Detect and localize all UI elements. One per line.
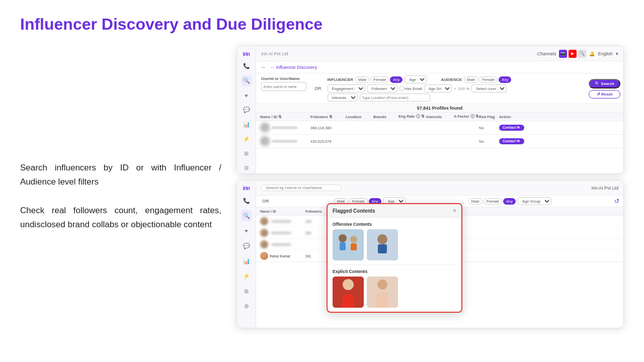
sidebar-icon-star[interactable]: ⚡ — [241, 134, 252, 144]
influencer-discovery-label: ← Influencer Discovery — [270, 65, 317, 70]
pill-male[interactable]: Male — [355, 76, 369, 83]
btr-followers-rahul: 381 — [305, 254, 328, 258]
th-action: Action — [499, 115, 524, 119]
bottom-topbar-right: Irin AI Pvt Ltd — [591, 186, 618, 191]
filter-row-2: Engagement Rate Followers Has Email — [328, 84, 587, 93]
bottom-audience-any[interactable]: Any — [503, 198, 516, 205]
company-name: Irin AI Pvt Ltd — [261, 51, 288, 56]
engagement-select[interactable]: Engagement Rate — [328, 84, 365, 93]
bottom-audience-male[interactable]: Male — [468, 198, 482, 205]
bottom-sidebar-icon-phone[interactable]: 📞 — [241, 195, 252, 206]
td-followers-1: 380,116,380 — [310, 126, 346, 130]
has-email-checkbox-box[interactable] — [399, 86, 404, 91]
audience-pill-any[interactable]: Any — [499, 76, 511, 83]
bottom-audience-female[interactable]: Female — [484, 198, 502, 205]
btr-followers-1: 163 — [305, 220, 328, 223]
bottom-discovery-panel: irin 📞 🔍 ♥ 💬 📊 ⚡ ⊞ ⚙ — [236, 180, 624, 328]
explicit-img-2 — [367, 277, 398, 308]
th-brands: Brands — [373, 115, 398, 119]
top-panel-topbar: Irin AI Pvt Ltd Channels 📷 ▶ 🔍 🔔 English — [256, 46, 623, 61]
contact-btn-1[interactable]: Contact ✉ — [499, 125, 524, 131]
pill-female[interactable]: Female — [370, 76, 389, 83]
flagged-close-button[interactable]: × — [453, 207, 456, 214]
age-group-select[interactable]: Age Group — [424, 84, 452, 93]
th-redflag: Red Flag — [479, 115, 499, 119]
bottom-sidebar-icon-search[interactable]: 🔍 — [241, 210, 252, 221]
content-area: Search influencers by ID or with Influen… — [20, 46, 624, 347]
bottom-reset-icon[interactable]: ↺ — [614, 198, 619, 205]
page-title: Influencer Discovery and Due Diligence — [20, 15, 624, 34]
bell-icon[interactable]: 🔔 — [589, 51, 595, 56]
th-followers: Followers ⇅ — [310, 115, 346, 119]
location-input[interactable] — [360, 94, 430, 102]
dropdown-chevron-icon[interactable]: ▾ — [616, 51, 618, 56]
sidebar-icon-chat[interactable]: 💬 — [241, 105, 252, 115]
top-discovery-panel: irin 📞 🔍 ♥ 💬 📊 ⚡ ⊞ ⚙ Irin AI Pvt Ltd — [236, 46, 624, 174]
sidebar-icon-settings[interactable]: ⚙ — [241, 163, 252, 173]
bottom-sidebar-icon-grid[interactable]: ⊞ — [241, 286, 252, 297]
instagram-icon[interactable]: 📷 — [559, 50, 567, 58]
interests-select[interactable]: Interests — [328, 94, 358, 102]
youtube-icon[interactable]: ▶ — [569, 50, 577, 58]
bottom-sidebar-icon-chart[interactable]: 📊 — [241, 255, 252, 266]
top-panel-logo: irin — [243, 51, 250, 57]
country-select[interactable]: Select country — [471, 84, 507, 93]
search-button[interactable]: 🔍 Search — [589, 79, 620, 88]
sidebar-icon-chart[interactable]: 📊 — [241, 119, 252, 130]
age-select[interactable]: Age — [405, 75, 427, 83]
filter-row-3: Interests — [328, 94, 587, 102]
page-container: Influencer Discovery and Due Diligence S… — [0, 0, 644, 362]
th-xfactor: X-Factor ⓘ ⇅ — [454, 114, 479, 119]
pill-any[interactable]: Any — [390, 76, 403, 83]
th-location: Location — [346, 115, 373, 119]
offensive-img-1 — [333, 229, 364, 260]
userid-input[interactable] — [261, 82, 306, 91]
search-reset-col: 🔍 Search ↺ Reset — [589, 75, 620, 102]
language-label: English — [598, 51, 613, 56]
has-email-checkbox[interactable]: Has Email — [399, 86, 422, 91]
sidebar-icon-search[interactable]: 🔍 — [241, 75, 252, 86]
td-name-1 — [260, 123, 310, 133]
bth-name: Name / ID — [260, 210, 305, 213]
extra-channel-icon[interactable]: 🔍 — [578, 50, 586, 58]
svg-point-1 — [339, 234, 347, 242]
sidebar-icon-phone[interactable]: 📞 — [241, 61, 252, 71]
btr-avatar-1 — [260, 217, 268, 225]
bottom-topbar: Irin AI Pvt Ltd — [256, 180, 623, 196]
bth-followers: Followers — [305, 210, 328, 213]
audience-pill-female[interactable]: Female — [479, 76, 498, 83]
contact-btn-2[interactable]: Contact ✉ — [499, 138, 524, 144]
reset-button[interactable]: ↺ Reset — [589, 90, 620, 99]
or-separator: OR — [310, 75, 326, 102]
influencer-gender-pills: Male Female Any — [355, 76, 403, 83]
offensive-img-2 — [367, 229, 398, 260]
td-followers-2: 430,525,079 — [310, 139, 346, 144]
audience-filter-label: Audience — [441, 77, 462, 82]
back-arrow-icon[interactable]: ← — [261, 64, 266, 70]
btr-name-1 — [260, 217, 305, 225]
followers-select[interactable]: Followers — [367, 84, 397, 93]
top-panel-main: Irin AI Pvt Ltd Channels 📷 ▶ 🔍 🔔 English — [256, 46, 623, 173]
audience-pill-male[interactable]: Male — [464, 76, 478, 83]
flagged-contents-modal: Flagged Contents × Offensive Contents — [327, 203, 462, 313]
bottom-sidebar-icon-heart[interactable]: ♥ — [241, 225, 252, 236]
bottom-panel-sidebar: irin 📞 🔍 ♥ 💬 📊 ⚡ ⊞ ⚙ — [237, 180, 256, 328]
bottom-sidebar-icon-star[interactable]: ⚡ — [241, 270, 252, 282]
channel-icons: 📷 ▶ 🔍 — [559, 50, 586, 58]
rahul-kumar-label: Rahul Kumar — [270, 254, 290, 258]
bottom-search-input[interactable] — [261, 185, 342, 191]
sidebar-icon-heart[interactable]: ♥ — [241, 90, 252, 101]
bottom-age-group[interactable]: Age Group — [518, 197, 551, 205]
bottom-sidebar-icon-chat[interactable]: 💬 — [241, 240, 252, 251]
bottom-panel-main: Irin AI Pvt Ltd OR Male Female Any — [256, 180, 623, 328]
sidebar-icon-grid[interactable]: ⊞ — [241, 148, 252, 159]
search-area: ← ← Influencer Discovery — [256, 61, 623, 73]
btr-avatar-3 — [260, 240, 268, 248]
explicit-img-1 — [333, 277, 364, 308]
btr-name-2 — [260, 229, 305, 237]
avatar-2 — [260, 136, 270, 146]
has-email-label: Has Email — [405, 86, 422, 91]
bottom-sidebar-icon-settings[interactable]: ⚙ — [241, 301, 252, 312]
svg-point-9 — [343, 279, 354, 290]
blurred-name-2 — [272, 140, 297, 143]
